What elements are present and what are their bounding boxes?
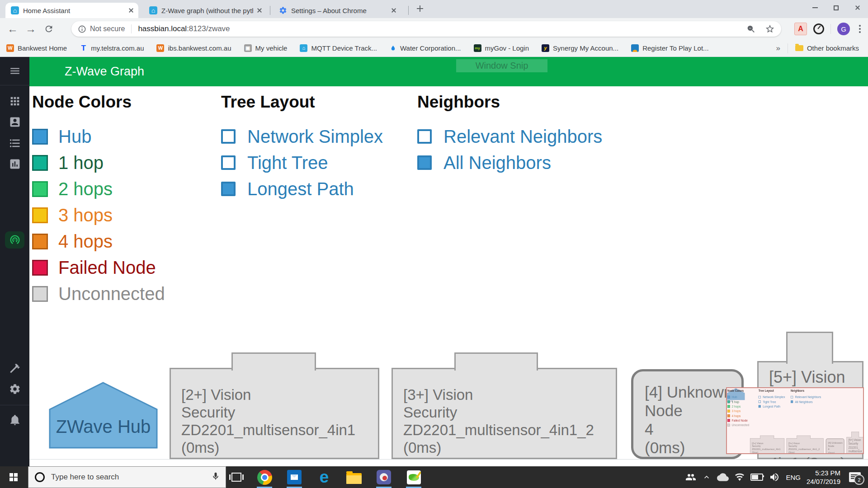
tab-close-icon[interactable]: [391, 8, 396, 13]
section-heading: Tree Layout: [221, 93, 383, 112]
microphone-icon[interactable]: [211, 472, 220, 483]
option-relevant-neighbors[interactable]: Relevant Neighbors: [417, 123, 602, 150]
taskbar-file-explorer[interactable]: [339, 466, 369, 488]
option-network-simplex[interactable]: Network Simplex: [759, 395, 785, 399]
taskbar-greenshot[interactable]: [399, 466, 429, 488]
forward-button[interactable]: →: [22, 20, 40, 38]
sidebar-item-logbook[interactable]: [0, 137, 29, 150]
bookmark-item[interactable]: ▣My vehicle: [244, 44, 288, 52]
bookmark-item[interactable]: WBankwest Home: [6, 44, 67, 52]
address-bar[interactable]: Not secure hassbian.local:8123/zwave: [71, 21, 781, 37]
option-longest-path[interactable]: Longest Path: [221, 176, 383, 202]
page-title: Z-Wave Graph: [65, 65, 144, 79]
bookmark-item[interactable]: ⌂MQTT Device Track...: [300, 44, 377, 52]
info-icon[interactable]: [78, 25, 86, 33]
sidebar-item-overview[interactable]: [0, 95, 29, 108]
bookmark-item[interactable]: Tmy.telstra.com.au: [80, 44, 144, 52]
option-all-neighbors[interactable]: All Neighbors: [417, 150, 602, 176]
speedtest-extension-icon[interactable]: [813, 23, 824, 34]
new-tab-button[interactable]: [417, 5, 423, 14]
sidebar-item-zwave-graph-active[interactable]: [5, 231, 24, 249]
bookmark-item[interactable]: ySynergy My Accoun...: [542, 44, 618, 52]
zoom-out-icon[interactable]: [746, 24, 756, 34]
checkbox[interactable]: [221, 182, 236, 196]
graph-minimap[interactable]: Node Colors Hub 1 hop 2 hops 3 hops 4 ho…: [726, 387, 864, 454]
taskbar-chrome[interactable]: [250, 466, 279, 488]
taskbar-search[interactable]: Type here to search: [28, 466, 226, 488]
hub-label: ZWave Hub: [49, 417, 158, 437]
tab-close-icon[interactable]: [128, 8, 134, 13]
taskbar-edge[interactable]: e: [309, 466, 339, 488]
bookmark-item[interactable]: Register To Play Lot...: [631, 44, 708, 52]
checkbox[interactable]: [221, 129, 236, 144]
bookmark-item[interactable]: mymyGov - Login: [474, 44, 529, 52]
minimize-button[interactable]: [804, 0, 826, 15]
option-network-simplex[interactable]: Network Simplex: [221, 123, 383, 150]
taskbar-outlook[interactable]: [279, 466, 309, 488]
browser-menu-icon[interactable]: [856, 25, 863, 33]
option-relevant-neighbors[interactable]: Relevant Neighbors: [791, 395, 821, 399]
legend-item: 4 hops: [32, 228, 165, 254]
pdf-extension-icon[interactable]: A: [794, 23, 807, 35]
sidebar-item-configuration[interactable]: [0, 383, 29, 395]
onedrive-cloud-icon[interactable]: [717, 471, 729, 483]
checkbox[interactable]: [417, 155, 432, 170]
option-tight-tree[interactable]: Tight Tree: [759, 399, 785, 404]
zwave-hub-node[interactable]: ZWave Hub: [49, 381, 158, 449]
checkbox[interactable]: [417, 129, 432, 144]
task-view-button[interactable]: [229, 470, 244, 484]
hub-pentagon-shape: [49, 381, 158, 449]
divider: [788, 43, 788, 53]
people-icon[interactable]: [685, 472, 696, 483]
maximize-button[interactable]: [826, 0, 847, 15]
checkbox[interactable]: [759, 400, 761, 403]
zwave-antenna-icon: [9, 234, 21, 246]
volume-icon[interactable]: [769, 472, 780, 483]
purple-app-icon: [377, 470, 391, 484]
tab-home-assistant[interactable]: ⌂ Home Assistant: [5, 3, 138, 18]
wifi-icon[interactable]: [735, 472, 745, 482]
option-all-neighbors[interactable]: All Neighbors: [791, 399, 821, 404]
start-button[interactable]: [0, 466, 27, 488]
sidebar-item-dev-tools[interactable]: [0, 362, 29, 374]
notifications-bell-icon[interactable]: [0, 414, 29, 426]
refresh-icon: [44, 24, 54, 34]
bookmarks-overflow-button[interactable]: »: [776, 44, 780, 53]
tab-zwave-graph[interactable]: ⌂ Z-Wave graph (without the pytho: [144, 3, 267, 18]
tab-chrome-settings[interactable]: Settings – About Chrome: [274, 3, 401, 18]
action-center-icon[interactable]: 2: [849, 472, 861, 482]
bookmark-star-icon[interactable]: [765, 24, 775, 34]
legend-item: Failed Node: [32, 254, 165, 281]
checkbox[interactable]: [221, 155, 236, 170]
folder-icon: [795, 45, 803, 51]
other-bookmarks-button[interactable]: Other bookmarks: [795, 44, 859, 52]
language-indicator[interactable]: ENG: [786, 474, 801, 481]
tab-close-icon[interactable]: [257, 8, 262, 13]
refresh-button[interactable]: [40, 20, 58, 38]
checkbox[interactable]: [759, 396, 761, 399]
tab-title: Z-Wave graph (without the pytho: [161, 7, 253, 14]
checkbox[interactable]: [759, 405, 761, 408]
battery-icon[interactable]: [750, 474, 763, 481]
color-swatch: [32, 234, 48, 249]
bookmark-item[interactable]: Water Corporation...: [390, 44, 461, 52]
menu-hamburger-icon[interactable]: [0, 65, 29, 77]
taskbar-purple-app[interactable]: [369, 466, 399, 488]
option-longest-path[interactable]: Longest Path: [759, 404, 785, 408]
checkbox[interactable]: [791, 396, 793, 399]
sidebar-item-map[interactable]: [0, 116, 29, 128]
checkbox[interactable]: [791, 400, 793, 403]
bookmark-item[interactable]: Wibs.bankwest.com.au: [156, 44, 231, 52]
window-snip-overlay: Window Snip: [456, 59, 547, 72]
neighbors-section: Neighbors Relevant Neighbors All Neighbo…: [791, 389, 821, 404]
node-label: [3+] VisionSecurity ZD2201_multisensor_4…: [788, 441, 820, 454]
tray-chevron-up-icon[interactable]: [702, 473, 711, 482]
sidebar-item-history[interactable]: [0, 158, 29, 170]
close-button[interactable]: [847, 0, 868, 15]
color-swatch: [32, 207, 48, 223]
option-tight-tree[interactable]: Tight Tree: [221, 150, 383, 176]
profile-avatar[interactable]: G: [837, 23, 850, 35]
back-button[interactable]: ←: [4, 20, 22, 38]
color-swatch: [32, 129, 48, 145]
clock[interactable]: 5:23 PM 24/07/2019: [807, 469, 840, 486]
